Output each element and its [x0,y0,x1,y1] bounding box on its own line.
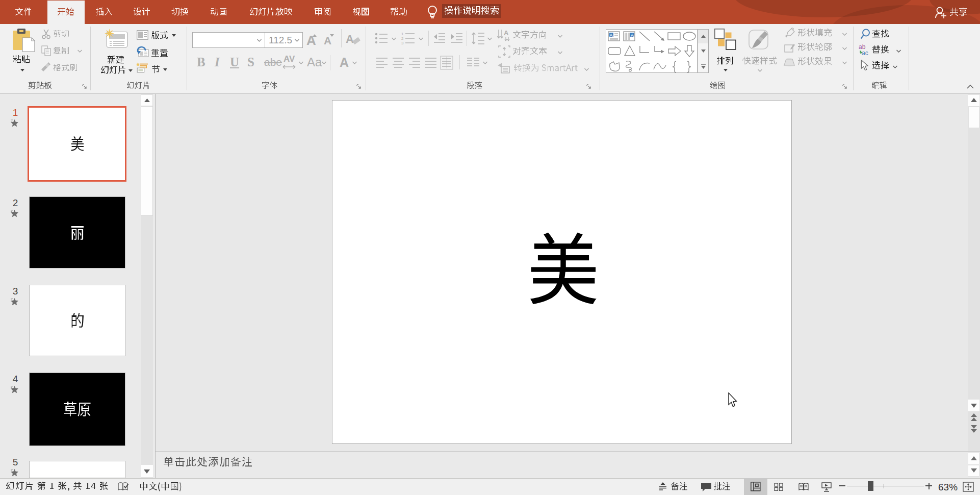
svg-text:A: A [610,33,613,38]
svg-text:3: 3 [401,41,404,45]
svg-text:2: 2 [401,36,404,41]
svg-text:A: A [504,29,509,37]
svg-text:A: A [631,33,634,38]
svg-text:ac: ac [862,50,868,56]
svg-text:1: 1 [401,32,404,36]
